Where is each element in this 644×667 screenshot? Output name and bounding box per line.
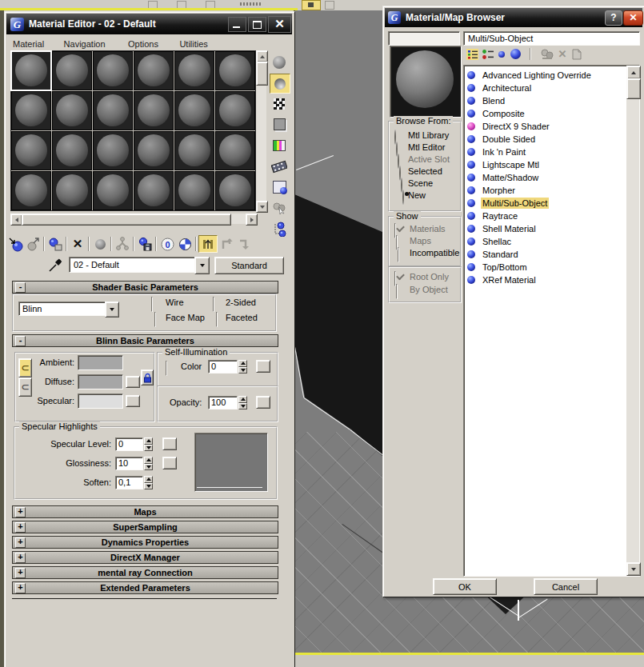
ambient-diffuse-lock-button[interactable] [141,369,154,385]
list-item[interactable]: XRef Material [467,274,538,286]
sample-slot[interactable] [134,51,174,90]
make-preview-button[interactable] [270,157,289,175]
sample-slot[interactable] [174,131,214,170]
show-incompatible-checkbox[interactable] [398,247,399,262]
soften-spinner[interactable]: 0,1 [115,476,153,489]
shader-type-dropdown-arrow[interactable] [105,302,119,318]
make-unique-button[interactable] [114,236,131,252]
expand-toggle[interactable]: + [15,522,26,533]
scroll-down-button[interactable] [256,201,268,213]
list-item[interactable]: Shellac [467,235,513,248]
sample-slot[interactable] [134,131,174,170]
scroll-left-button[interactable] [10,214,22,226]
view-list-button[interactable] [465,47,479,61]
sample-slot[interactable] [174,171,214,210]
scroll-thumb[interactable] [22,214,231,226]
lock-diffuse-specular-button[interactable]: ⊂ [18,377,32,397]
sample-slot[interactable] [11,171,51,210]
maximize-button[interactable] [248,17,266,32]
spinner-down-button[interactable] [238,403,247,410]
by-object-checkbox[interactable] [396,284,398,299]
scroll-up-button[interactable] [626,66,641,79]
rollout-shader-basic-header[interactable]: - Shader Basic Parameters [12,281,278,294]
list-vertical-scrollbar[interactable] [626,66,639,574]
view-large-icons-button[interactable] [509,47,522,61]
list-item[interactable]: Architectural [467,82,533,94]
list-item[interactable]: Morpher [467,184,517,197]
expand-toggle[interactable]: + [15,583,26,593]
specular-level-map-button[interactable] [162,437,177,450]
radio-new[interactable] [402,190,404,205]
shader-type-dropdown[interactable]: Blinn [18,302,106,316]
video-color-check-button[interactable] [270,136,289,154]
spinner-up-button[interactable] [144,476,153,483]
sample-slot[interactable] [215,171,255,210]
spinner-up-button[interactable] [238,360,247,367]
sample-slot[interactable] [93,91,133,130]
sample-slot[interactable] [215,51,255,90]
sample-slot[interactable] [93,171,133,210]
list-item[interactable]: Lightscape Mtl [467,158,541,171]
scene-object[interactable] [294,152,382,456]
sample-slot[interactable] [52,131,92,170]
close-button[interactable]: ✕ [268,16,291,33]
specular-level-spinner[interactable]: 0 [115,437,153,451]
material-id-channel-button[interactable]: 0 [158,236,176,252]
reset-map-button[interactable]: ✕ [69,236,86,252]
go-to-parent-button[interactable] [218,236,235,252]
make-material-copy-button[interactable] [91,236,109,252]
active-toolbar-button-fragment[interactable] [302,0,321,10]
assign-material-button[interactable] [46,236,64,252]
spinner-down-button[interactable] [144,445,153,452]
material-editor-titlebar[interactable]: G Material Editor - 02 - Default ✕ [6,14,292,34]
spinner-down-button[interactable] [144,464,153,471]
spinner-up-button[interactable] [144,437,153,445]
go-forward-sibling-button[interactable] [235,236,253,252]
rollout-blinn-basic-header[interactable]: - Blinn Basic Parameters [12,334,278,347]
expand-toggle[interactable]: + [15,507,26,517]
rollout-mental-ray-connection[interactable]: + mental ray Connection [12,566,278,579]
sample-slot[interactable] [52,51,92,90]
self-illumination-color-checkbox[interactable] [166,361,167,376]
list-item[interactable]: Shell Material [467,222,538,235]
sample-slot[interactable] [93,131,133,170]
show-map-in-viewport-button[interactable] [176,236,194,252]
list-item[interactable]: Blend [467,94,506,107]
help-button[interactable]: ? [605,10,622,26]
sample-slot[interactable] [174,91,214,130]
sample-slot[interactable] [215,131,255,170]
self-illumination-spinner[interactable]: 0 [208,360,247,373]
menu-navigation[interactable]: Navigation [59,38,110,50]
diffuse-color-swatch[interactable] [78,374,123,389]
soften-value[interactable]: 0,1 [115,476,143,489]
material-type-button[interactable]: Standard [214,257,284,274]
sample-slot[interactable] [11,91,51,130]
sample-slot[interactable] [174,51,214,90]
collapse-toggle[interactable]: - [15,336,26,346]
menu-options[interactable]: Options [123,38,163,50]
rollout-extended-parameters[interactable]: + Extended Parameters [12,581,278,594]
list-item[interactable]: Advanced Lighting Override [467,69,593,82]
sample-slot[interactable] [11,131,51,170]
expand-toggle[interactable]: + [15,568,26,578]
material-name-dropdown[interactable]: 02 - Default [69,257,195,273]
opacity-spinner[interactable]: 100 [208,396,247,409]
sample-slot[interactable] [93,51,133,90]
self-illumination-value[interactable]: 0 [208,360,238,373]
sample-type-button[interactable] [270,53,289,71]
list-item[interactable]: Raytrace [467,210,519,222]
sample-uv-tiling-button[interactable] [270,115,289,134]
expand-toggle[interactable]: + [15,537,26,548]
self-illumination-map-button[interactable] [256,360,270,373]
select-by-material-button[interactable] [270,198,289,217]
faceted-checkbox[interactable] [216,312,218,327]
wire-checkbox[interactable] [151,297,153,312]
cancel-button[interactable]: Cancel [534,578,598,595]
scroll-thumb[interactable] [626,78,641,99]
lock-ambient-diffuse-button[interactable]: ⊂ [18,358,32,377]
glossiness-spinner[interactable]: 10 [115,457,153,470]
clear-library-button[interactable] [570,47,583,61]
ok-button[interactable]: OK [433,578,497,595]
specular-level-value[interactable]: 0 [115,437,143,451]
material-name-dropdown-arrow[interactable] [194,257,210,274]
